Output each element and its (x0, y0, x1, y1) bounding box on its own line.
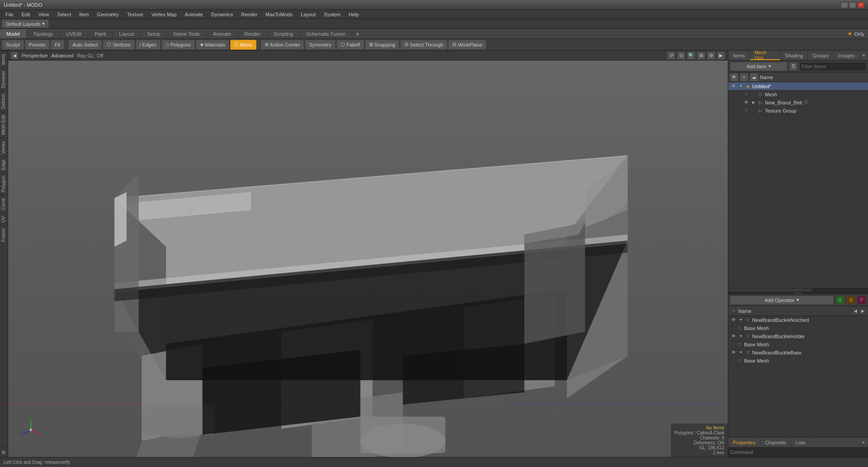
operator-s-button[interactable]: S (846, 296, 855, 305)
expand-icon-untitled[interactable]: ▼ (738, 84, 744, 89)
bottom-tab-channels[interactable]: Channels (760, 438, 791, 447)
sidebar-item-curve[interactable]: Curve (0, 195, 8, 213)
viewport-nav-button[interactable]: ◀ (11, 52, 18, 59)
menu-dynamics[interactable]: Dynamics (208, 11, 237, 18)
menu-animate[interactable]: Animate (181, 11, 206, 18)
auto-select-button[interactable]: Auto Select (68, 40, 102, 50)
op-item-buckle-holder-mesh[interactable]: □ Base Mesh (728, 340, 868, 349)
add-tab-button[interactable]: + (352, 29, 362, 38)
eye-icon-untitled[interactable]: 👁 (730, 83, 737, 90)
viewport-rotate-button[interactable]: ↺ (667, 52, 675, 60)
sidebar-item-uv[interactable]: UV (0, 213, 8, 225)
sidebar-item-dynamic[interactable]: Dynamic (0, 67, 8, 91)
add-operator-button[interactable]: Add Operator ▾ (730, 296, 834, 305)
sidebar-item-fusion[interactable]: Fusion (0, 225, 8, 245)
tab-topology[interactable]: Topology (27, 29, 60, 38)
edges-button[interactable]: / Edges (136, 40, 161, 50)
tree-item-untitled[interactable]: 👁 ▼ ◈ Untitled* (728, 82, 868, 90)
sidebar-item-items[interactable]: Items (0, 51, 8, 67)
filter-items-input[interactable] (799, 62, 866, 71)
tab-layout[interactable]: Layout (113, 29, 141, 38)
items-scrollbar[interactable] (728, 288, 868, 292)
tab-model[interactable]: Model (0, 29, 27, 38)
eye-icon-operator[interactable]: 👁 (730, 307, 737, 315)
op-item-buckle-base-parent[interactable]: 👁 ▼ ▽ NewBrandBuckleBase (728, 349, 868, 357)
sidebar-item-extra[interactable]: ⊞ (0, 448, 8, 457)
tab-game-tools[interactable]: Game Tools (167, 29, 207, 38)
right-tab-mesh-ops[interactable]: Mesh Ops (750, 51, 780, 60)
bottom-tab-properties[interactable]: Properties (728, 438, 760, 447)
expand-buckle-base[interactable]: ▼ (738, 350, 744, 355)
viewport-fit-button[interactable]: ⊞ (697, 52, 705, 60)
menu-vertex-map[interactable]: Vertex Map (148, 11, 180, 18)
eye-icon-buckle-notched[interactable]: 👁 (730, 316, 737, 324)
s-filter-button[interactable]: S (789, 62, 797, 71)
right-tab-items[interactable]: Items (728, 51, 750, 60)
tab-uvedit[interactable]: UVEdit (60, 29, 88, 38)
sidebar-item-deform[interactable]: Deform (0, 91, 8, 112)
sidebar-item-polygon[interactable]: Polygon (0, 173, 8, 195)
tree-item-brand-belt[interactable]: 👁 ▶ ▷ New_Brand_Belt ⓪ (728, 99, 868, 107)
tab-animate[interactable]: Animate (207, 29, 238, 38)
menu-maxtomod[interactable]: MaxToModo (262, 11, 296, 18)
workplane-button[interactable]: ⊟ WorkPlane (448, 40, 486, 50)
close-button[interactable]: ✕ (857, 2, 864, 8)
expand-icon-mesh[interactable] (751, 92, 756, 97)
viewport-center-button[interactable]: ⊙ (677, 52, 685, 60)
minimize-button[interactable]: ─ (841, 2, 848, 8)
menu-texture[interactable]: Texture (123, 11, 147, 18)
menu-select[interactable]: Select (53, 11, 75, 18)
add-scene-button[interactable]: + (740, 73, 748, 81)
eye-icon-buckle-holder[interactable]: 👁 (730, 333, 737, 340)
tree-item-texture-group[interactable]: 👁 ▷ Texture Group (728, 107, 868, 115)
sidebar-item-vertex[interactable]: Vertex (0, 138, 8, 156)
right-tab-shading[interactable]: Shading (780, 51, 808, 60)
tab-paint[interactable]: Paint (88, 29, 113, 38)
sculpt-button[interactable]: Sculpt (2, 40, 24, 50)
op-item-buckle-notched-parent[interactable]: 👁 ▼ ▽ NewBrandBuckleNotched (728, 316, 868, 324)
eye-icon-brand-belt[interactable]: 👁 (743, 99, 750, 106)
viewport-expand-button[interactable]: ▶ (717, 52, 725, 60)
op-item-buckle-holder-parent[interactable]: 👁 ▼ ▽ NewBrandBuckleHolder (728, 332, 868, 340)
right-tab-images[interactable]: Images (834, 51, 860, 60)
vertices-button[interactable]: ⬡ Vertices (103, 40, 134, 50)
command-input[interactable] (753, 449, 866, 455)
falloff-button[interactable]: ⬡ Falloff (337, 40, 364, 50)
sidebar-item-mesh-edit[interactable]: Mesh Edit (0, 112, 8, 137)
expand-buckle-notched[interactable]: ▼ (738, 317, 744, 323)
polygons-button[interactable]: ◇ Polygons (161, 40, 195, 50)
viewport-perspective-label[interactable]: Perspective (22, 53, 47, 58)
expand-buckle-holder[interactable]: ▼ (738, 334, 744, 339)
operator-g-button[interactable]: G (835, 296, 844, 305)
viewport-zoom-button[interactable]: 🔍 (687, 52, 695, 60)
symmetry-button[interactable]: Symmetry (305, 40, 336, 50)
right-tab-groups[interactable]: Groups (808, 51, 834, 60)
viewport-advanced-label[interactable]: Advanced (51, 53, 73, 58)
menu-geometry[interactable]: Geometry (93, 11, 122, 18)
menu-layout[interactable]: Layout (297, 11, 319, 18)
presets-button[interactable]: Presets (25, 40, 50, 50)
eye-icon-texture-group[interactable]: 👁 (743, 107, 750, 114)
menu-edit[interactable]: Edit (18, 11, 34, 18)
only-button[interactable]: ★ Only (844, 29, 868, 38)
select-through-button[interactable]: ⊘ Select Through (400, 40, 447, 50)
default-layouts-button[interactable]: Default Layouts ▾ (2, 19, 49, 28)
tab-render[interactable]: Render (238, 29, 267, 38)
expand-icon-texture-group[interactable] (751, 108, 756, 113)
menu-view[interactable]: View (35, 11, 53, 18)
materials-button[interactable]: ◈ Materials (196, 40, 229, 50)
sidebar-item-edge[interactable]: Edge (0, 156, 8, 173)
maximize-button[interactable]: □ (849, 2, 856, 8)
op-item-buckle-base-mesh[interactable]: □ Base Mesh (728, 357, 868, 365)
operator-panel-expand[interactable]: ◀ (852, 307, 859, 315)
add-item-button[interactable]: Add Item ▾ (730, 62, 787, 71)
operator-f-button[interactable]: F (857, 296, 866, 305)
right-tab-add-button[interactable]: + (860, 51, 868, 60)
menu-help[interactable]: Help (345, 11, 363, 18)
items-button[interactable]: ⬡ Items (230, 40, 256, 50)
menu-render[interactable]: Render (237, 11, 261, 18)
eye-toggle-button[interactable]: 👁 (730, 73, 738, 81)
eye-icon-buckle-base[interactable]: 👁 (730, 349, 737, 356)
tab-schematic-fusion[interactable]: Schematic Fusion (300, 29, 352, 38)
eye-icon-mesh[interactable]: 👁 (743, 91, 750, 98)
